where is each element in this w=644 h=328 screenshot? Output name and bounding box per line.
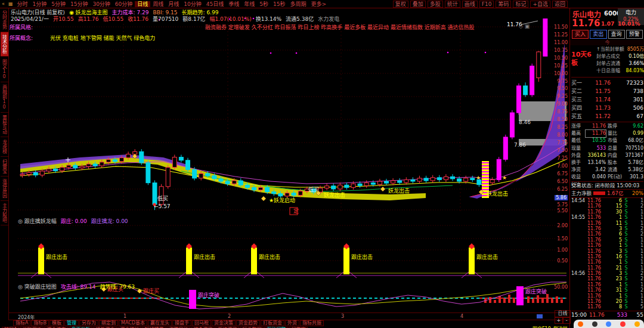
tick-volume: 20 — [605, 299, 622, 304]
period-quick-label[interactable]: 日线 — [555, 310, 571, 317]
tick-count: 2 — [630, 276, 643, 281]
sidebar-item-0[interactable]: 分时走势 — [1, 8, 8, 32]
svg-text:7.86: 7.86 — [514, 142, 526, 148]
toolbar1-button-12[interactable]: 打板资金 — [261, 320, 284, 326]
trade-button-1[interactable]: 卖出 — [590, 30, 606, 39]
sidebar-item-3[interactable]: 两融前10 — [1, 82, 8, 113]
bid-level-0[interactable]: 买一11.7672323 — [571, 79, 643, 87]
bid-level-1[interactable]: 买二11.75738 — [571, 87, 643, 95]
trade-button-3[interactable]: 预警 — [626, 30, 643, 39]
today-tab[interactable]: 今 — [570, 40, 644, 45]
tab-period-2[interactable]: 5分钟 — [49, 1, 68, 7]
tab-period-11[interactable]: 季线 — [226, 1, 242, 7]
toolbar1-button-14[interactable]: 指标共振 — [300, 320, 324, 326]
pane3-header[interactable]: ◎ 突破跟庄短图攻击线: 89.14趋势线: 79.63 — [18, 283, 139, 290]
price-tick: 6.75 — [543, 171, 568, 177]
toolbar1-button-13[interactable]: 外资 — [285, 320, 299, 326]
price-tick: 5.50 — [543, 208, 568, 213]
taskbar-icon[interactable] — [578, 321, 583, 327]
taskbar-icon[interactable] — [592, 321, 597, 327]
svg-text:跟庄出击: 跟庄出击 — [351, 253, 373, 260]
stat-label: 净资 — [571, 166, 586, 174]
taskbar-icon[interactable] — [634, 321, 640, 327]
toolbar1-button-10[interactable]: 资金决策 — [212, 320, 236, 326]
toolbutton-5[interactable]: F10 — [479, 1, 494, 8]
toolbar1-button-7[interactable]: 赢在龙头 — [148, 320, 172, 326]
stat-value: 13.14% — [586, 159, 606, 166]
toolbar1-button-11[interactable]: 资金趋势 — [236, 320, 260, 326]
toolbutton-1[interactable]: 叠加 — [410, 1, 426, 8]
layout-icon[interactable]: ▦ — [8, 1, 13, 7]
svg-text:跟庄出击: 跟庄出击 — [259, 253, 280, 260]
toolbar1-button-9[interactable]: 回马枪 — [192, 320, 211, 326]
taskbar-icon[interactable] — [606, 321, 611, 327]
level-volume: 67 — [611, 112, 643, 120]
toolbar1-button-4[interactable]: 另存为 — [79, 320, 98, 326]
tick-count: 5 — [630, 304, 643, 310]
tick-count: 1 — [630, 293, 643, 299]
sidebar-item-1[interactable]: 技术分析 — [1, 32, 8, 57]
indicator-pane-genzhuang[interactable]: 跟庄出击跟庄出击跟庄出击跟庄出击跟庄出击 — [8, 216, 569, 281]
tab-period-10[interactable]: 45日线 — [204, 1, 226, 7]
tab-period-7[interactable]: 周线 — [150, 1, 166, 7]
pane2-header[interactable]: ◎ 跟庄擒妖龙幅跟庄: 0.00跟庄擒龙: 0.00 — [18, 217, 132, 225]
toolbutton-8[interactable]: +自选 — [530, 1, 550, 8]
stats-row-5: 换手13.14%股本5.78亿 — [571, 159, 643, 166]
sidebar-item-4[interactable]: 董秘互动 — [1, 113, 8, 137]
tab-period-5[interactable]: 60分钟 — [113, 1, 135, 7]
tab-period-12[interactable]: 年线 — [242, 1, 257, 7]
trade-button-2[interactable]: 查询 — [608, 30, 625, 39]
toolbar1-button-2[interactable]: 模板 — [49, 320, 64, 326]
toolbutton-6[interactable]: 筹码 — [496, 1, 511, 8]
trade-buttons: 买入卖出查询预警 — [571, 30, 643, 39]
tick-flag: S — [622, 209, 630, 215]
bid-level-3[interactable]: 买四11.73506 — [571, 104, 643, 112]
main-candlestick-chart[interactable]: 低买←5.57★妖龙启动低买妖龙出击妖龙出击妖龙出击★★11.768.467.8… — [8, 0, 569, 216]
sidebar-item-2[interactable]: 图文10 — [1, 57, 8, 82]
sidebar-item-5[interactable]: 龙虎榜 — [1, 137, 8, 157]
bid-level-4[interactable]: 买五11.7267 — [571, 112, 643, 120]
price-tick: 10.00 — [543, 71, 568, 76]
collapse-left-icon[interactable]: « — [2, 1, 5, 7]
taskbar-icon[interactable] — [620, 321, 626, 327]
zoom-out-button[interactable]: - — [563, 317, 571, 324]
toolbutton-0[interactable]: 复权 — [393, 1, 408, 8]
tab-period-15[interactable]: 多周期 — [287, 1, 308, 7]
toolbar1-button-8[interactable]: 操盘手 — [172, 320, 191, 326]
tab-period-16[interactable]: 更多> — [309, 1, 329, 7]
tab-period-6[interactable]: 日线 — [135, 1, 150, 7]
tick-count: 1 — [630, 249, 643, 254]
tab-period-9[interactable]: 10分钟 — [181, 1, 203, 7]
tick-count: 1 — [630, 237, 643, 243]
toolbutton-2[interactable]: 多股 — [428, 1, 443, 8]
sidebar-item-6[interactable]: 扫雷宝 — [1, 157, 8, 177]
toolbar1-button-5[interactable]: 绑定到 — [99, 320, 118, 326]
toolbar1-button-3[interactable]: 管理 — [64, 320, 79, 326]
toolbutton-4[interactable]: 画线 — [462, 1, 478, 8]
tab-period-14[interactable]: 15秒 — [271, 1, 287, 7]
tab-period-1[interactable]: 1分钟 — [30, 1, 49, 7]
segment-1: 开10.55 — [53, 16, 74, 22]
tab-period-4[interactable]: 30分钟 — [90, 1, 112, 7]
toolbutton-7[interactable]: 标记 — [513, 1, 528, 8]
tab-period-0[interactable]: 分时 — [14, 1, 30, 7]
trade-button-0[interactable]: 买入 — [572, 30, 589, 39]
zoom-in-button[interactable]: + — [555, 317, 563, 324]
axis-month-label: 3 — [341, 314, 344, 319]
pane2-tick: 2.00 — [543, 223, 568, 228]
toolbar1-button-1[interactable]: 指标B — [31, 320, 49, 326]
tab-period-8[interactable]: 月线 — [166, 1, 181, 7]
stat-label: 跌停 — [608, 123, 624, 130]
toolbutton-3[interactable]: 统计 — [445, 1, 460, 8]
os-taskbar-peek[interactable] — [574, 320, 644, 328]
tick-flag: S — [622, 259, 630, 265]
sidebar-item-7[interactable]: 涨停原因 — [1, 177, 8, 201]
toolbar1-button-6[interactable]: MACD基本 — [119, 320, 147, 326]
toolbutton-9[interactable]: 返回 — [552, 1, 568, 8]
sidebar-item-8[interactable]: 主力股吧 — [1, 201, 8, 225]
toolbar1-button-0[interactable]: 指标A — [13, 320, 30, 326]
tab-period-13[interactable]: 5秒 — [257, 1, 271, 7]
bid-level-2[interactable]: 买三11.74301 — [571, 95, 643, 104]
tab-period-3[interactable]: 15分钟 — [68, 1, 90, 7]
trade-status: 交易状态: 闭市阶段 15:00:03 — [571, 181, 643, 189]
